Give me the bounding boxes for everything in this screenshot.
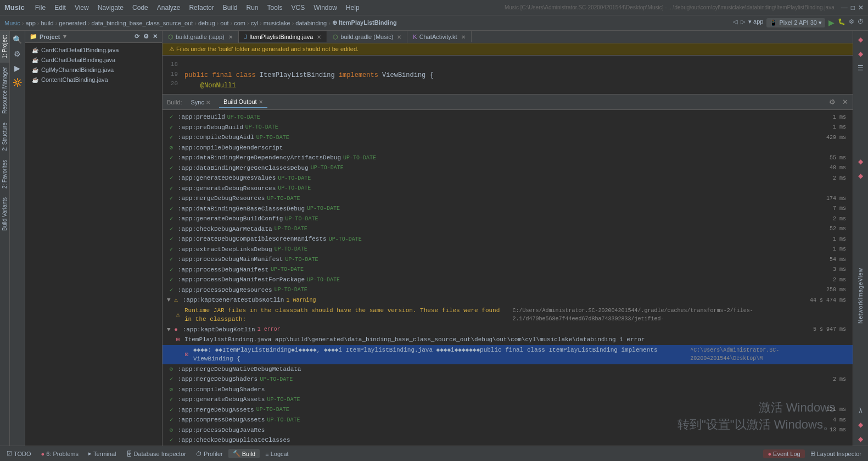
output-close[interactable]: ✕ (259, 99, 263, 105)
breadcrumb-cyl[interactable]: cyl (251, 20, 258, 26)
problems-tab[interactable]: ● 6: Problems (37, 449, 83, 458)
build-action-button[interactable]: ⚙ (849, 18, 854, 27)
device-dropdown[interactable]: 📱 Pixel 2 API 30 ▾ (766, 18, 825, 27)
profile-button[interactable]: ⏱ (858, 18, 864, 27)
right-icon-diamond-red2[interactable]: ◆ (854, 155, 867, 168)
build-settings-icon[interactable]: ⚙ (829, 98, 836, 106)
build-tab-bottom[interactable]: 🔨 Build (228, 449, 260, 458)
build-task-row[interactable]: ⊘ :app:compileDebugRenderscript (163, 143, 853, 153)
project-close-icon[interactable]: ✕ (153, 33, 158, 40)
sidebar-icon-run[interactable]: ▶ (11, 62, 24, 75)
right-icon-diamond-bottom2[interactable]: ◆ (854, 432, 867, 446)
breadcrumb-out[interactable]: out (220, 20, 228, 26)
build-task-row[interactable]: ⊘ :app:compileDebugShaders (163, 385, 853, 395)
debug-button[interactable]: 🐛 (838, 18, 845, 27)
build-task-error-row[interactable]: ▼ ● :app:kaptDebugKotlin 1 error 5 s 947… (163, 325, 853, 335)
build-task-row[interactable]: ✓ :app:extractDeepLinksDebug UP-TO-DATE … (163, 245, 853, 255)
project-sync-icon[interactable]: ⟳ (135, 33, 139, 40)
minimize-button[interactable]: — (841, 4, 848, 12)
build-variants-tool[interactable]: Build Variants (0, 193, 9, 235)
sync-close[interactable]: ✕ (206, 99, 210, 105)
breadcrumb-datasource[interactable]: data_binding_base_class_source_out (92, 20, 193, 26)
project-settings-icon[interactable]: ⚙ (143, 33, 149, 40)
build-task-row[interactable]: ✓ :app:dataBindingGenBaseClassesDebug UP… (163, 204, 853, 214)
build-tab-sync[interactable]: Sync ✕ (187, 97, 215, 108)
file-item[interactable]: ☕ CardChatDetail1Binding.java (25, 45, 162, 55)
db-inspector-tab[interactable]: 🗄 Database Inspector (122, 449, 191, 458)
tab-chatactivity[interactable]: K ChatActivity.kt ✕ (407, 31, 471, 42)
build-task-warning-row[interactable]: ▼ ⚠ :app:kaptGenerateStubsKotlin 1 warni… (163, 295, 853, 306)
expand-arrow[interactable]: ▼ (167, 296, 171, 305)
resource-manager-tool[interactable]: Resource Manager (0, 63, 9, 118)
breadcrumb-app[interactable]: app (25, 20, 35, 26)
menu-file[interactable]: File (31, 3, 49, 13)
build-output[interactable]: ✓ :app:preBuild UP-TO-DATE 1 ms ✓ :app:p… (163, 110, 853, 446)
tab-close[interactable]: ✕ (397, 34, 401, 40)
back-icon[interactable]: ◁ (733, 18, 737, 27)
menu-refactor[interactable]: Refactor (185, 3, 217, 13)
dropdown-icon[interactable]: ▾ app (748, 18, 763, 27)
build-close-icon[interactable]: ✕ (842, 98, 848, 106)
build-task-row[interactable]: ✓ :app:generateDebugAssets UP-TO-DATE (163, 395, 853, 405)
build-task-row[interactable]: ✓ :app:preBuild UP-TO-DATE 1 ms (163, 112, 853, 123)
project-dropdown[interactable]: ▾ (63, 33, 66, 40)
sidebar-icon-debug[interactable]: 🔆 (11, 76, 24, 89)
tab-build-gradle-music[interactable]: ⬡ build.gradle (Music) ✕ (327, 31, 407, 43)
event-log-button[interactable]: ● Event Log (763, 449, 804, 458)
build-task-row[interactable]: ✓ :app:checkDebugDuplicateClasses (163, 435, 853, 446)
menu-vcs[interactable]: VCS (288, 3, 309, 13)
code-content[interactable]: public final class ItemPlayListBinding i… (184, 60, 853, 90)
build-task-row[interactable]: ✓ :app:checkDebugAarMetadata UP-TO-DATE … (163, 224, 853, 235)
menu-run[interactable]: Run (242, 3, 262, 13)
build-task-row[interactable]: ✓ :app:generateDebugResValues UP-TO-DATE… (163, 173, 853, 184)
right-icon-list[interactable]: ☰ (854, 62, 867, 75)
breadcrumb-generated[interactable]: generated (59, 20, 86, 26)
menu-view[interactable]: View (71, 3, 93, 13)
close-button[interactable]: ✕ (858, 4, 864, 12)
build-task-row[interactable]: ✓ :app:processDebugManifestForPackage UP… (163, 275, 853, 285)
build-task-row[interactable]: ✓ :app:processDebugResources UP-TO-DATE … (163, 285, 853, 296)
build-task-row[interactable]: ✓ :app:createDebugCompatibleScreenManife… (163, 234, 853, 245)
build-task-row[interactable]: ✓ :app:dataBindingMergeGenClassesDebug U… (163, 163, 853, 174)
tab-close[interactable]: ✕ (317, 34, 321, 40)
favorites-tool[interactable]: 2: Favorites (0, 155, 9, 193)
build-task-row[interactable]: ⊘ :app:mergeDebugNativeDebugMetadata (163, 364, 853, 375)
right-icon-diamond-red3[interactable]: ◆ (854, 169, 867, 182)
menu-build[interactable]: Build (219, 3, 242, 13)
right-icon-diamond-bottom[interactable]: ◆ (854, 418, 867, 431)
menu-help[interactable]: Help (342, 3, 363, 13)
build-task-row[interactable]: ✓ :app:mergeDebugAssets UP-TO-DATE 121 m… (163, 405, 853, 415)
menu-code[interactable]: Code (128, 3, 152, 13)
breadcrumb-databinding[interactable]: databinding (295, 20, 327, 26)
menu-tools[interactable]: Tools (264, 3, 287, 13)
code-editor[interactable]: 18 19 20 public final class ItemPlayList… (163, 55, 853, 94)
build-task-row[interactable]: ✓ :app:processDebugMainManifest UP-TO-DA… (163, 254, 853, 265)
build-task-row[interactable]: ✓ :app:compileDebugAidl UP-TO-DATE 429 m… (163, 132, 853, 143)
build-error-file-row[interactable]: ⊞ ItemPlaylistBinding.java app\build\gen… (163, 335, 853, 345)
tab-close[interactable]: ✕ (461, 34, 466, 40)
breadcrumb-build[interactable]: build (41, 20, 53, 26)
menu-edit[interactable]: Edit (51, 3, 70, 13)
run-button[interactable]: ▶ (828, 18, 835, 27)
build-task-row[interactable]: ✓ :app:preDebugBuild UP-TO-DATE 1 ms (163, 123, 853, 133)
layout-inspector-tab[interactable]: ⊞ Layout Inspector (806, 449, 866, 458)
tab-close[interactable]: ✕ (228, 34, 233, 40)
breadcrumb-active[interactable]: ⊕ ItemPlayListBinding (332, 19, 397, 26)
build-error-line-row[interactable]: ⊠ ◆◆◆◆: ◆◆ItemPlayListBinding◆i◆◆◆◆◆, ◆◆… (163, 345, 853, 364)
build-tab-output[interactable]: Build Output ✕ (219, 96, 267, 108)
terminal-tab[interactable]: ▸ Terminal (84, 449, 121, 458)
right-icon-diamond-red[interactable]: ◆ (854, 47, 867, 60)
sidebar-icon-search[interactable]: 🔍 (11, 33, 24, 46)
build-task-row[interactable]: ✓ :app:compressDebugAssets UP-TO-DATE 4 … (163, 415, 853, 425)
right-icon-diamond-red-top[interactable]: ◆ (854, 33, 867, 46)
expand-arrow[interactable]: ▼ (167, 325, 171, 335)
breadcrumb-musiclake[interactable]: musiclake (264, 20, 290, 26)
profiler-tab[interactable]: ⏱ Profiler (192, 449, 227, 458)
build-task-row[interactable]: ✓ :app:generateDebugBuildConfig UP-TO-DA… (163, 214, 853, 224)
build-warning-msg[interactable]: ⚠ Runtime JAR files in the classpath sho… (163, 306, 853, 325)
menu-window[interactable]: Window (310, 3, 341, 13)
build-task-row[interactable]: ✓ :app:dataBindingMergeDependencyArtifac… (163, 153, 853, 163)
right-icon-lambda[interactable]: λ (854, 404, 867, 417)
breadcrumb-com[interactable]: com (234, 20, 245, 26)
menu-analyze[interactable]: Analyze (153, 3, 184, 13)
